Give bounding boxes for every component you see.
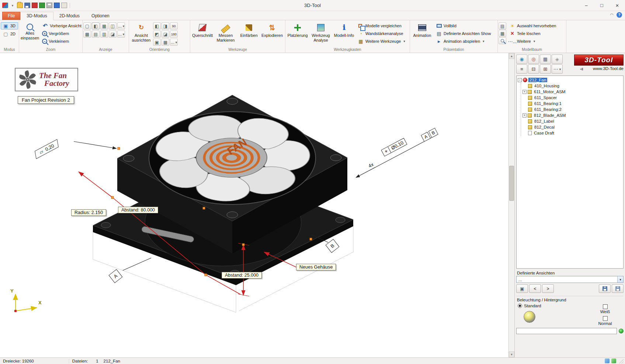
open-file-icon[interactable] <box>17 3 23 8</box>
app-icon[interactable] <box>2 3 8 8</box>
tree-row-root[interactable]: 212_Fan <box>518 77 623 83</box>
view-right-icon[interactable]: ◪ <box>162 31 169 38</box>
hide-parts-button[interactable]: ◎ <box>528 55 539 64</box>
background-color-field[interactable] <box>516 328 617 334</box>
export-view-button[interactable] <box>612 284 624 293</box>
export-red-icon[interactable] <box>32 3 38 8</box>
normal-background-checkbox[interactable]: Normal <box>598 316 612 326</box>
tab-optionen[interactable]: Optionen <box>86 12 115 20</box>
display-more-2-button[interactable]: ... <box>117 31 125 38</box>
defined-views-select[interactable]: ... <box>516 276 624 283</box>
print-icon[interactable] <box>46 3 52 8</box>
close-button[interactable]: × <box>610 0 625 11</box>
display-perspective-icon[interactable]: ◪ <box>109 31 117 38</box>
distance-25-note[interactable]: Abstand: 25.000 <box>222 272 262 279</box>
delete-parts-button[interactable]: Teile löschen <box>507 30 558 37</box>
cross-section-button[interactable]: Querschnitt <box>191 21 214 47</box>
distance-80-note[interactable]: Abstand: 80.000 <box>118 207 158 213</box>
defined-views-show-button[interactable]: Definierte Ansichten Show <box>434 30 493 37</box>
view-left-icon[interactable]: ◩ <box>153 31 161 38</box>
animation-button[interactable]: Animation <box>411 21 434 47</box>
scroll-down-icon[interactable]: ▼ <box>509 351 514 357</box>
fit-all-button[interactable]: Alles einpassen <box>20 21 40 47</box>
compare-models-button[interactable]: Modelle vergleichen <box>356 22 407 29</box>
align-view-button[interactable]: Ansicht ausrichten <box>130 21 153 47</box>
display-mode-wireframe-icon[interactable]: ▢ <box>83 22 91 29</box>
white-background-checkbox[interactable]: Weiß <box>600 304 610 314</box>
standard-lighting-radio[interactable]: Standard <box>518 304 588 308</box>
list-view-button[interactable]: ≡ <box>516 64 527 74</box>
tab-2d-modus[interactable]: 2D-Modus <box>53 12 86 20</box>
display-more-button[interactable]: ... <box>117 22 125 29</box>
placement-button[interactable]: Platzierung <box>286 21 309 47</box>
display-grid-icon[interactable]: ▩ <box>83 31 91 38</box>
ghost-parts-button[interactable]: ▦ <box>540 55 551 64</box>
zoom-out-button[interactable]: −Verkleinern <box>40 38 83 45</box>
collapse-ribbon-icon[interactable] <box>610 13 614 17</box>
add-view-button[interactable]: ▣ <box>516 284 528 293</box>
new-housing-note[interactable]: Neues Gehäuse <box>296 264 336 270</box>
fullscreen-button[interactable]: Vollbild <box>434 22 493 29</box>
tree-row[interactable]: Case Draft <box>522 130 623 136</box>
status-green-dot[interactable] <box>619 329 624 333</box>
zoom-in-button[interactable]: +Vergrößern <box>40 30 83 37</box>
explode-button[interactable]: Explodieren <box>261 21 284 47</box>
previous-defined-view-button[interactable]: < <box>529 284 541 293</box>
panel-splitter-icon[interactable] <box>580 66 583 71</box>
revision-label[interactable]: Fan Project Revision 2 <box>18 96 74 104</box>
modeltree-more-button[interactable]: ...Weitere <box>507 38 558 45</box>
display-mode-transparent-icon[interactable]: ◫ <box>109 22 117 29</box>
display-mode-hidden-line-icon[interactable]: ▦ <box>100 22 108 29</box>
copy-icon[interactable] <box>61 3 67 8</box>
help-icon[interactable] <box>617 12 622 18</box>
colorize-button[interactable]: Einfärben <box>237 21 260 47</box>
scrollbar-thumb[interactable] <box>509 166 514 201</box>
previous-view-button[interactable]: Vorherige Ansicht <box>40 22 83 29</box>
display-shadow-icon[interactable]: ▥ <box>100 31 108 38</box>
display-edges-icon[interactable]: ▤ <box>92 31 100 38</box>
wall-thickness-button[interactable]: Wandstärkenanalyse <box>356 30 407 37</box>
radius-note[interactable]: Radius: 2.150 <box>71 209 106 216</box>
3d-canvas[interactable]: FAN <box>0 53 508 357</box>
dropdown-arrow-icon[interactable] <box>617 276 623 283</box>
tree-search-icon[interactable] <box>499 37 506 44</box>
measure-button[interactable]: Messen Markieren <box>214 21 237 47</box>
export-blue-icon[interactable] <box>54 3 60 8</box>
more-tools-button[interactable]: Weitere Werkzeuge <box>356 38 407 45</box>
show-parts-button[interactable]: ◉ <box>516 55 527 64</box>
tree-structure-icon[interactable]: ▦ <box>499 30 506 37</box>
tree-row[interactable]: 611_Bearing:1 <box>522 101 623 106</box>
collapse-node-icon[interactable] <box>518 78 522 82</box>
app-menu-caret-icon[interactable] <box>10 3 15 8</box>
export-green-icon[interactable] <box>39 3 45 8</box>
model-info-button[interactable]: Modell-Info <box>333 21 355 47</box>
expand-node-icon[interactable] <box>522 113 527 118</box>
view-iso-icon[interactable]: ▦ <box>162 39 169 46</box>
tree-row[interactable]: 611_Motor_ASM <box>522 89 623 95</box>
scroll-up-icon[interactable]: ▲ <box>509 53 514 59</box>
tree-row[interactable]: 812_Label <box>522 118 623 124</box>
scrollbar-track[interactable] <box>509 59 514 351</box>
maximize-button[interactable]: □ <box>594 0 610 11</box>
view-top-icon[interactable]: ▣ <box>153 39 161 46</box>
tree-row[interactable]: 410_Housing <box>522 83 623 89</box>
website-link[interactable]: www.3D-Tool.de <box>593 66 624 71</box>
tab-3d-modus[interactable]: 3D-Modus <box>20 12 53 20</box>
mode-2d-button[interactable]: 2D <box>1 30 18 38</box>
tree-row[interactable]: 812_Blade_ASM <box>522 112 623 118</box>
mode-3d-button[interactable]: 3D <box>1 22 18 29</box>
view-front-icon[interactable]: ◧ <box>153 22 161 29</box>
minimize-button[interactable]: – <box>579 0 594 11</box>
lighting-sphere-preview[interactable] <box>524 311 535 323</box>
tree-row[interactable]: 611_Spacer <box>522 95 623 101</box>
next-defined-view-button[interactable]: > <box>542 284 554 293</box>
rotate-90-button[interactable]: 90 <box>170 22 178 29</box>
play-animation-button[interactable]: Animation abspielen <box>434 38 493 45</box>
tree-row[interactable]: 611_Bearing:2 <box>522 106 623 112</box>
tree-list-icon[interactable]: ▤ <box>499 22 506 29</box>
tree-more-button[interactable]: ⋯ <box>552 64 563 74</box>
highlight-selection-button[interactable]: Auswahl hervorheben <box>507 22 558 29</box>
rotate-180-button[interactable]: 180 <box>170 31 178 38</box>
orientation-more-button[interactable]: ... <box>170 39 178 46</box>
save-icon[interactable] <box>24 3 30 8</box>
